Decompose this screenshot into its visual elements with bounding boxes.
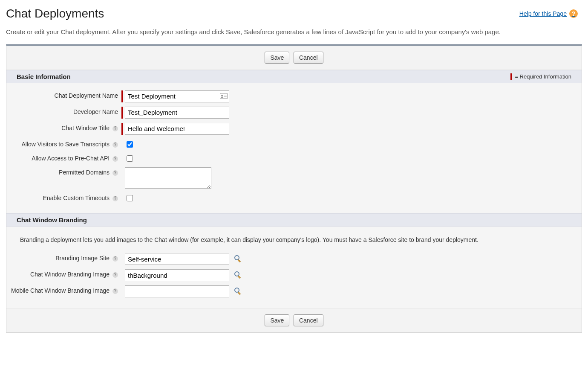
developer-name-input[interactable]: [125, 107, 229, 119]
save-button[interactable]: Save: [265, 52, 289, 64]
page-intro: Create or edit your Chat deployment. Aft…: [6, 27, 582, 37]
permitted-domains-textarea[interactable]: [125, 167, 211, 189]
section-header-basic: Basic Information = Required Information: [6, 70, 582, 83]
button-bar-bottom: Save Cancel: [6, 308, 582, 332]
required-info-legend: = Required Information: [510, 73, 571, 80]
info-icon[interactable]: ?: [112, 288, 118, 294]
info-icon[interactable]: ?: [112, 196, 118, 201]
label-developer-name: Developer Name: [6, 107, 121, 116]
svg-point-8: [235, 288, 239, 292]
form-card: Save Cancel Basic Information = Required…: [6, 44, 582, 333]
section-title-basic: Basic Information: [17, 73, 71, 80]
required-indicator: [121, 90, 123, 102]
label-allow-save-transcripts: Allow Visitors to Save Transcripts: [21, 141, 110, 148]
label-allow-prechat-api: Allow Access to Pre-Chat API: [32, 155, 110, 162]
info-icon[interactable]: ?: [112, 126, 118, 131]
info-icon[interactable]: ?: [112, 142, 118, 148]
allow-save-transcripts-checkbox[interactable]: [127, 141, 133, 148]
svg-rect-9: [238, 292, 241, 295]
window-title-input[interactable]: [125, 123, 229, 135]
svg-rect-5: [238, 259, 241, 262]
label-mobile-branding-image: Mobile Chat Window Branding Image: [11, 287, 110, 294]
lookup-icon[interactable]: [233, 254, 242, 263]
section-title-branding: Chat Window Branding: [17, 216, 87, 224]
branding-image-input[interactable]: [125, 269, 229, 281]
svg-point-4: [235, 256, 239, 260]
required-info-text: = Required Information: [515, 73, 571, 80]
required-indicator: [121, 123, 123, 135]
label-enable-custom-timeouts: Enable Custom Timeouts: [43, 195, 110, 201]
svg-rect-7: [238, 276, 241, 279]
info-icon[interactable]: ?: [112, 272, 118, 278]
save-button[interactable]: Save: [265, 314, 289, 326]
help-link-label: Help for this Page: [519, 10, 567, 17]
lookup-icon[interactable]: [233, 287, 242, 295]
help-icon: ?: [569, 9, 578, 18]
page-title: Chat Deployments: [6, 7, 104, 20]
cancel-button[interactable]: Cancel: [294, 314, 323, 326]
lookup-icon[interactable]: [233, 270, 242, 279]
cancel-button[interactable]: Cancel: [294, 52, 323, 64]
branding-site-input[interactable]: [125, 253, 229, 265]
label-branding-image: Chat Window Branding Image: [30, 271, 110, 278]
deployment-name-input[interactable]: [125, 90, 229, 102]
label-window-title: Chat Window Title: [61, 125, 110, 131]
label-permitted-domains: Permitted Domains: [59, 169, 110, 176]
button-bar-top: Save Cancel: [6, 46, 582, 70]
info-icon[interactable]: ?: [112, 256, 118, 262]
help-link[interactable]: Help for this Page ?: [519, 9, 578, 18]
section-header-branding: Chat Window Branding: [6, 213, 582, 227]
label-branding-site: Branding Image Site: [55, 255, 110, 262]
label-deployment-name: Chat Deployment Name: [6, 90, 121, 100]
info-icon[interactable]: ?: [112, 170, 118, 176]
branding-description: Branding a deployment lets you add image…: [6, 232, 582, 251]
allow-prechat-api-checkbox[interactable]: [127, 155, 133, 162]
required-bar-icon: [510, 73, 512, 80]
required-indicator: [121, 107, 123, 119]
info-icon[interactable]: ?: [112, 156, 118, 162]
enable-custom-timeouts-checkbox[interactable]: [127, 195, 133, 201]
mobile-branding-image-input[interactable]: [125, 285, 229, 297]
svg-point-6: [235, 272, 239, 276]
